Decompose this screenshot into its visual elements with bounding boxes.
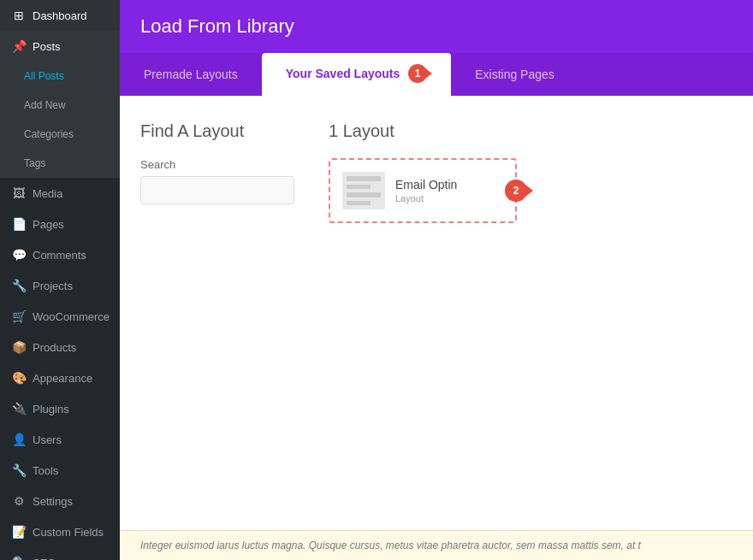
sidebar-label-pages: Pages xyxy=(33,218,64,231)
sidebar-item-seo[interactable]: 🔍 SEO xyxy=(0,547,120,560)
pages-icon: 📄 xyxy=(12,217,26,231)
tab-premade[interactable]: Premade Layouts xyxy=(120,56,262,93)
sidebar-item-custom-fields[interactable]: 📝 Custom Fields xyxy=(0,516,120,547)
tab-saved[interactable]: Your Saved Layouts 1 xyxy=(262,53,451,96)
sidebar-item-settings[interactable]: ⚙ Settings xyxy=(0,486,120,516)
sidebar-label-woocommerce: WooCommerce xyxy=(33,310,110,323)
thumb-line-2 xyxy=(347,185,371,190)
sidebar-label-tools: Tools xyxy=(33,464,58,477)
layout-thumbnail xyxy=(342,172,385,209)
tools-icon: 🔧 xyxy=(12,463,26,477)
tab-saved-label: Your Saved Layouts xyxy=(286,67,400,80)
find-layout-title: Find A Layout xyxy=(140,121,294,141)
right-panel: 1 Layout Email Optin Layout 2 xyxy=(329,121,732,504)
tab-premade-label: Premade Layouts xyxy=(144,68,238,81)
sidebar-item-all-posts[interactable]: All Posts xyxy=(0,62,120,91)
thumb-line-3 xyxy=(347,192,381,197)
tab-saved-badge: 1 xyxy=(408,64,427,83)
sidebar-item-woocommerce[interactable]: 🛒 WooCommerce xyxy=(0,301,120,332)
sidebar-item-add-new[interactable]: Add New xyxy=(0,91,120,120)
woocommerce-icon: 🛒 xyxy=(12,309,26,323)
sidebar-label-add-new: Add New xyxy=(24,99,66,111)
sidebar-label-products: Products xyxy=(33,341,76,354)
sidebar-item-media[interactable]: 🖼 Media xyxy=(0,178,120,209)
sidebar-item-pages[interactable]: 📄 Pages xyxy=(0,209,120,239)
search-label: Search xyxy=(140,158,294,171)
bottom-bar: Integer euismod iarus luctus magna. Quis… xyxy=(120,530,753,560)
modal-title: Load From Library xyxy=(140,15,732,38)
media-icon: 🖼 xyxy=(12,186,26,200)
custom-fields-icon: 📝 xyxy=(12,525,26,539)
posts-icon: 📌 xyxy=(12,39,26,53)
settings-icon: ⚙ xyxy=(12,494,26,508)
sidebar-label-all-posts: All Posts xyxy=(24,70,64,82)
sidebar: ⊞ Dashboard 📌 Posts All Posts Add New Ca… xyxy=(0,0,120,560)
left-panel: Find A Layout Search xyxy=(140,121,294,504)
sidebar-item-projects[interactable]: 🔧 Projects xyxy=(0,270,120,301)
tab-existing-label: Existing Pages xyxy=(475,68,554,81)
main-content: Load From Library Premade Layouts Your S… xyxy=(120,0,753,560)
users-icon: 👤 xyxy=(12,433,26,446)
sidebar-item-categories[interactable]: Categories xyxy=(0,120,120,149)
bottom-bar-text: Integer euismod iarus luctus magna. Quis… xyxy=(140,539,641,551)
sidebar-label-users: Users xyxy=(33,433,62,446)
sidebar-label-plugins: Plugins xyxy=(33,403,69,416)
sidebar-label-comments: Comments xyxy=(33,249,86,262)
sidebar-item-dashboard[interactable]: ⊞ Dashboard xyxy=(0,0,120,31)
sidebar-item-users[interactable]: 👤 Users xyxy=(0,424,120,455)
sidebar-item-tags[interactable]: Tags xyxy=(0,149,120,178)
sidebar-label-posts: Posts xyxy=(33,40,61,53)
thumb-line-1 xyxy=(347,176,381,181)
sidebar-item-tools[interactable]: 🔧 Tools xyxy=(0,455,120,486)
posts-submenu: All Posts Add New Categories Tags xyxy=(0,62,120,178)
sidebar-label-appearance: Appearance xyxy=(33,372,92,385)
appearance-icon: 🎨 xyxy=(12,371,26,385)
layout-card-email-optin[interactable]: Email Optin Layout 2 xyxy=(329,158,517,223)
plugins-icon: 🔌 xyxy=(12,402,26,416)
sidebar-label-settings: Settings xyxy=(33,495,73,508)
modal-header: Load From Library xyxy=(120,0,753,53)
seo-icon: 🔍 xyxy=(12,556,26,560)
card-annotation-badge: 2 xyxy=(505,180,527,202)
sidebar-item-products[interactable]: 📦 Products xyxy=(0,332,120,363)
sidebar-item-posts[interactable]: 📌 Posts xyxy=(0,31,120,62)
sidebar-item-comments[interactable]: 💬 Comments xyxy=(0,239,120,270)
layouts-count: 1 Layout xyxy=(329,121,732,141)
thumb-line-4 xyxy=(347,201,371,206)
sidebar-label-categories: Categories xyxy=(24,128,74,140)
sidebar-item-plugins[interactable]: 🔌 Plugins xyxy=(0,393,120,424)
sidebar-item-appearance[interactable]: 🎨 Appearance xyxy=(0,363,120,393)
layout-type: Layout xyxy=(395,193,457,203)
sidebar-label-tags: Tags xyxy=(24,157,45,169)
sidebar-label-projects: Projects xyxy=(33,280,73,292)
search-input[interactable] xyxy=(140,176,294,204)
sidebar-label-custom-fields: Custom Fields xyxy=(33,526,104,539)
sidebar-label-dashboard: Dashboard xyxy=(33,9,87,22)
products-icon: 📦 xyxy=(12,340,26,354)
dashboard-icon: ⊞ xyxy=(12,9,26,22)
layouts-grid: Email Optin Layout 2 xyxy=(329,158,732,223)
tabs-bar: Premade Layouts Your Saved Layouts 1 Exi… xyxy=(120,53,753,96)
content-area: Find A Layout Search 1 Layout Email Opti… xyxy=(120,96,753,530)
projects-icon: 🔧 xyxy=(12,279,26,292)
sidebar-label-seo: SEO xyxy=(33,557,56,561)
comments-icon: 💬 xyxy=(12,248,26,262)
layout-info: Email Optin Layout xyxy=(395,178,457,203)
tab-existing[interactable]: Existing Pages xyxy=(451,56,578,93)
sidebar-label-media: Media xyxy=(33,187,62,200)
layout-name: Email Optin xyxy=(395,178,457,192)
